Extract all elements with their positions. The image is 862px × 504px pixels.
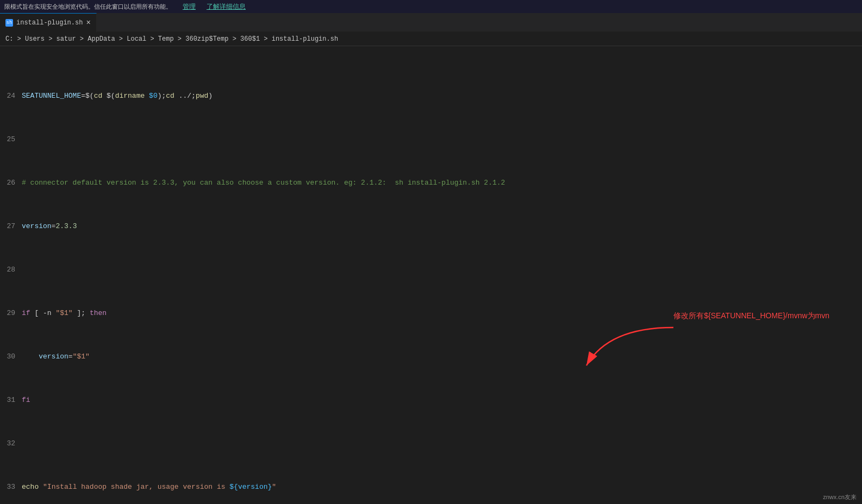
learn-link[interactable]: 了解详细信息 <box>207 2 246 11</box>
manage-link[interactable]: 管理 <box>183 2 196 11</box>
code-line-30: 30 version="$1" <box>3 351 862 362</box>
info-bar: 限模式旨在实现安全地浏览代码。信任此窗口以启用所有功能。 管理 了解详细信息 <box>0 0 862 13</box>
watermark: znwx.cn友来 <box>823 493 857 501</box>
annotation-text: 修改所有${SEATUNNEL_HOME}/mvnw为mvn <box>673 311 829 321</box>
sh-file-icon: sh <box>5 19 13 27</box>
code-line-33: 33 echo "Install hadoop shade jar, usage… <box>3 482 862 493</box>
tab-bar: sh install-plugin.sh × <box>0 13 862 32</box>
breadcrumb: C: > Users > satur > AppData > Local > T… <box>0 32 862 46</box>
annotation-arrow <box>576 322 684 376</box>
breadcrumb-path: C: > Users > satur > AppData > Local > T… <box>5 35 338 43</box>
code-line-28: 28 <box>3 264 862 275</box>
watermark-text: znwx.cn友来 <box>823 494 857 500</box>
editor: 24 SEATUNNEL_HOME=$(cd $(dirname $0);cd … <box>0 46 862 504</box>
info-bar-text: 限模式旨在实现安全地浏览代码。信任此窗口以启用所有功能。 <box>4 3 172 11</box>
code-line-25: 25 <box>3 134 862 145</box>
code-area[interactable]: 24 SEATUNNEL_HOME=$(cd $(dirname $0);cd … <box>0 46 862 504</box>
code-line-31: 31 fi <box>3 395 862 406</box>
code-line-24: 24 SEATUNNEL_HOME=$(cd $(dirname $0);cd … <box>3 91 862 102</box>
code-line-26: 26 # connector default version is 2.3.3,… <box>3 178 862 188</box>
code-line-27: 27 version=2.3.3 <box>3 221 862 232</box>
tab-filename: install-plugin.sh <box>16 19 83 27</box>
tab-close-button[interactable]: × <box>86 18 90 27</box>
code-line-32: 32 <box>3 438 862 449</box>
annotation-overlay: 修改所有${SEATUNNEL_HOME}/mvnw为mvn <box>673 311 829 321</box>
file-tab[interactable]: sh install-plugin.sh × <box>0 13 97 32</box>
